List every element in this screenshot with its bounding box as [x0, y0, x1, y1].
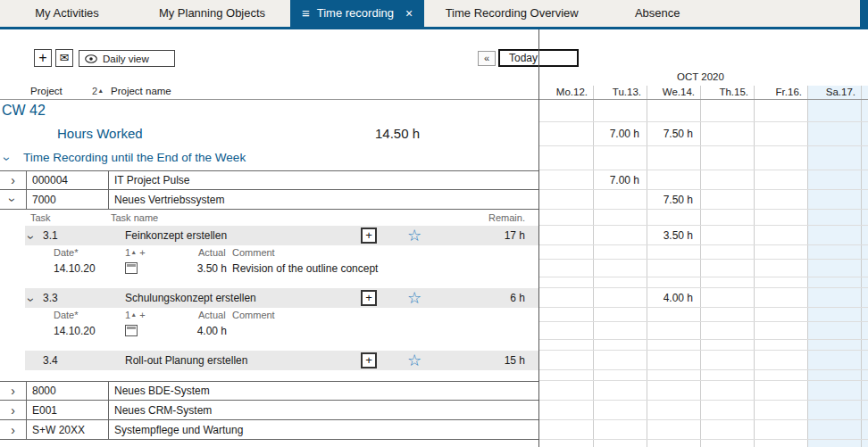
booking-date[interactable]: 14.10.20 [54, 322, 96, 340]
spacer-row [0, 277, 868, 288]
tab-bar: My Activities My Planning Objects ≡ Time… [0, 0, 868, 29]
calendar-icon[interactable] [125, 262, 138, 274]
day-value-cell[interactable]: 7.50 h [647, 190, 700, 209]
header-block: + ✉ Daily view « Today Project 2▲ Projec… [0, 29, 868, 100]
project-name[interactable]: Neues CRM-System [109, 401, 539, 419]
sort-arrow-icon: ▲ [130, 249, 137, 255]
project-name[interactable]: Neues Vertriebssystem [109, 190, 539, 209]
actual-hours[interactable]: 3.50 h [152, 260, 227, 277]
project-id[interactable]: 8000 [27, 382, 109, 400]
task-collapse-icon[interactable]: › [29, 292, 34, 308]
day-header-row: Mo.12. Tu.13. We.14. Th.15. Fr.16. Sa.17… [539, 84, 861, 99]
task-id[interactable]: 3.1 [43, 226, 58, 245]
day-header-fr[interactable]: Fr.16. [754, 84, 807, 99]
calendar-icon[interactable] [125, 325, 138, 336]
favorite-star-icon[interactable]: ☆ [407, 351, 421, 370]
expand-icon[interactable]: › [0, 382, 27, 400]
month-header: OCT 2020 [539, 71, 862, 82]
tab-time-recording-overview[interactable]: Time Recording Overview [424, 0, 599, 27]
view-select[interactable]: Daily view [79, 50, 175, 67]
add-button[interactable]: + [34, 49, 52, 67]
project-name[interactable]: IT Project Pulse [109, 171, 539, 189]
tab-absence[interactable]: Absence [599, 0, 715, 27]
task-collapse-icon[interactable]: › [29, 229, 34, 245]
collapse-icon[interactable]: › [0, 190, 27, 209]
mail-button[interactable]: ✉ [55, 49, 73, 67]
task-header-row: Task Task name Remain. [0, 210, 868, 226]
day-value-cell[interactable]: 3.50 h [647, 226, 700, 244]
project-id[interactable]: 000004 [27, 171, 109, 189]
booking-comment[interactable]: Revision of the outline concept [232, 260, 378, 277]
project-row: › 7000 Neues Vertriebssystem 7.50 h [0, 190, 868, 210]
day-header-we[interactable]: We.14. [647, 84, 700, 99]
eye-icon [85, 54, 97, 63]
tab-close-icon[interactable]: × [405, 0, 413, 27]
spacer-row [0, 340, 868, 351]
previous-week-button[interactable]: « [478, 51, 496, 66]
day-value-cell[interactable]: 4.00 h [647, 288, 700, 307]
add-booking-button[interactable]: + [361, 352, 377, 368]
favorite-star-icon[interactable]: ☆ [407, 288, 421, 308]
task-id[interactable]: 3.3 [43, 288, 58, 308]
remaining-hours: 6 h [510, 288, 525, 308]
section-title[interactable]: Time Recording until the End of the Week [23, 151, 246, 164]
sort-arrow-icon: ▲ [97, 87, 104, 94]
tab-menu-icon[interactable]: ≡ [302, 0, 310, 27]
booking-entry-row: 14.10.20 3.50 h Revision of the outline … [0, 260, 868, 277]
remaining-hours: 15 h [505, 351, 525, 370]
day-header-sa[interactable]: Sa.17. [807, 84, 861, 99]
pane-splitter[interactable] [538, 29, 539, 447]
day-value-cell[interactable]: 7.00 h [593, 170, 647, 189]
add-booking-button[interactable]: + [361, 228, 377, 244]
task-row-band [25, 351, 539, 370]
date-header-row: Date* 1▲ + Actual Comment [0, 245, 868, 260]
project-row: › E001 Neues CRM-System [0, 401, 868, 420]
time-recording-view: + ✉ Daily view « Today Project 2▲ Projec… [0, 29, 868, 447]
task-id[interactable]: 3.4 [43, 351, 58, 370]
date-header-row: Date* 1▲ + Actual Comment [0, 308, 868, 322]
date-sort-add[interactable]: 1▲ + [125, 310, 146, 320]
view-select-label: Daily view [103, 54, 149, 64]
project-id[interactable]: 7000 [27, 190, 109, 209]
section-collapse-icon[interactable]: › [5, 151, 10, 167]
tab-time-recording[interactable]: ≡ Time recording × [290, 0, 424, 27]
column-header-date: Date* [54, 247, 79, 258]
task-name[interactable]: Roll-out Planung erstellen [125, 351, 247, 370]
column-header-project-name[interactable]: Project name [111, 86, 171, 96]
hours-worked-total: 14.50 h [375, 126, 420, 141]
add-booking-button[interactable]: + [361, 290, 377, 306]
tab-my-activities[interactable]: My Activities [0, 0, 134, 27]
project-id[interactable]: E001 [27, 401, 109, 419]
expand-icon[interactable]: › [0, 401, 27, 419]
day-header-tu[interactable]: Tu.13. [593, 84, 647, 99]
hours-worked-row: Hours Worked 14.50 h 7.00 h 7.50 h [0, 122, 868, 146]
tab-my-planning-objects[interactable]: My Planning Objects [134, 0, 290, 27]
expand-icon[interactable]: › [0, 420, 27, 439]
add-row-icon[interactable]: + [139, 310, 145, 320]
sort-indicator[interactable]: 2▲ [92, 86, 104, 96]
sort-arrow-icon: ▲ [130, 311, 137, 318]
add-row-icon[interactable]: + [139, 247, 145, 258]
remaining-hours: 17 h [505, 226, 525, 245]
project-row: › S+W 20XX Systempflege und Wartung [0, 420, 868, 440]
task-name[interactable]: Schulungskonzept erstellen [125, 288, 256, 308]
project-name[interactable]: Neues BDE-System [109, 382, 539, 400]
expand-icon[interactable]: › [0, 171, 27, 189]
booking-date[interactable]: 14.10.20 [54, 260, 96, 277]
calendar-week-row: CW 42 [0, 100, 868, 122]
project-id[interactable]: S+W 20XX [27, 420, 109, 439]
column-header-project[interactable]: Project [30, 86, 63, 96]
envelope-icon: ✉ [60, 51, 70, 64]
task-name[interactable]: Feinkonzept erstellen [125, 226, 227, 245]
tab-time-recording-label: Time recording [317, 0, 394, 27]
project-name[interactable]: Systempflege und Wartung [109, 420, 539, 439]
day-header-mo[interactable]: Mo.12. [539, 84, 593, 99]
column-header-actual: Actual [198, 247, 226, 258]
day-header-th[interactable]: Th.15. [700, 84, 754, 99]
calendar-week-label: CW 42 [2, 103, 46, 119]
actual-hours[interactable]: 4.00 h [152, 322, 227, 340]
favorite-star-icon[interactable]: ☆ [407, 226, 421, 245]
column-header-actual: Actual [198, 310, 226, 320]
booking-entry-row: 14.10.20 4.00 h [0, 322, 868, 340]
date-sort-add[interactable]: 1▲ + [125, 247, 146, 258]
